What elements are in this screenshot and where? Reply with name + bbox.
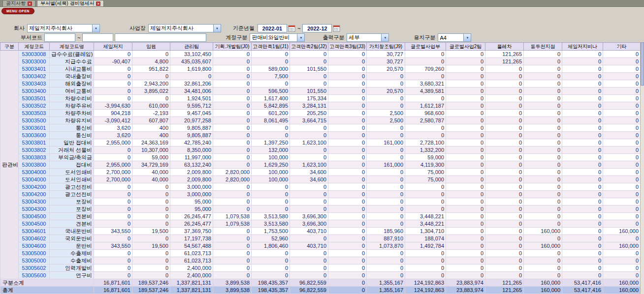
chevron-down-icon[interactable]: ▼	[463, 34, 471, 41]
amount-cell[interactable]: 0	[213, 265, 252, 272]
amount-cell[interactable]: 0	[603, 132, 641, 139]
amount-cell[interactable]: 0	[213, 235, 252, 242]
amount-cell[interactable]: 0	[524, 176, 562, 183]
amount-cell[interactable]: 3,895,022	[132, 88, 170, 95]
amount-cell[interactable]: 0	[213, 124, 252, 132]
account-code-cell[interactable]: 53004500	[19, 220, 50, 228]
amount-cell[interactable]: 59,000	[405, 154, 446, 161]
table-row[interactable]: 53004602국외운반비0017,197,738052,96000887,91…	[0, 235, 641, 242]
amount-cell[interactable]: 601,200	[252, 110, 290, 117]
amount-cell[interactable]: 3,000,000	[170, 191, 213, 198]
amount-cell[interactable]: 0	[252, 132, 290, 139]
amount-cell[interactable]: 0	[94, 147, 132, 154]
amount-cell[interactable]: 0	[485, 65, 524, 73]
amount-cell[interactable]: 7,500	[252, 73, 290, 80]
amount-cell[interactable]: 33,102,450	[170, 51, 213, 58]
amount-cell[interactable]: 3,513,580	[252, 213, 290, 220]
amount-cell[interactable]: 0	[562, 272, 603, 279]
amount-cell[interactable]: 0	[562, 235, 603, 242]
amount-cell[interactable]: 0	[562, 73, 603, 80]
amount-cell[interactable]: 2,500	[367, 110, 405, 117]
amount-cell[interactable]: 0	[524, 73, 562, 80]
amount-cell[interactable]: 160,000	[603, 287, 641, 294]
amount-cell[interactable]: 2,400,000	[170, 265, 213, 272]
amount-cell[interactable]: 0	[562, 213, 603, 220]
amount-cell[interactable]: 0	[446, 139, 485, 147]
account-code-cell[interactable]: 53004601	[19, 228, 50, 235]
amount-cell[interactable]: 0	[328, 242, 367, 250]
amount-cell[interactable]: 0	[94, 154, 132, 161]
scrollbar-thumb[interactable]	[641, 42, 644, 86]
amount-cell[interactable]: 0	[485, 250, 524, 257]
table-row[interactable]: 53004000도서인쇄비2,700,00040,0002,009,8002,8…	[0, 176, 641, 183]
amount-cell[interactable]: 0	[485, 80, 524, 88]
account-code-cell[interactable]: 53003601	[19, 124, 50, 132]
amount-cell[interactable]: 0	[328, 88, 367, 95]
amount-cell[interactable]: 4,389,581	[405, 88, 446, 95]
amount-cell[interactable]: 0	[290, 147, 328, 154]
table-row[interactable]: 53003801일반 접대비2,955,00024,363,16942,785,…	[0, 139, 641, 147]
table-row[interactable]: 53003802거래처 선물비010,307,0008,350,0000132,…	[0, 147, 641, 154]
amount-cell[interactable]: 0	[328, 58, 367, 65]
amount-cell[interactable]: 1,397,250	[252, 139, 290, 147]
account-code-cell[interactable]: 53004000	[19, 169, 50, 176]
amount-cell[interactable]: 0	[290, 206, 328, 213]
account-code-cell[interactable]: 53004200	[19, 191, 50, 198]
amount-cell[interactable]: 0	[213, 228, 252, 235]
amount-cell[interactable]: 403,710	[290, 242, 328, 250]
amount-cell[interactable]: 0	[213, 242, 252, 250]
amount-cell[interactable]: 0	[562, 80, 603, 88]
amount-cell[interactable]: 0	[562, 191, 603, 198]
amount-cell[interactable]: 0	[328, 250, 367, 257]
amount-cell[interactable]: 0	[562, 220, 603, 228]
amount-cell[interactable]: 0	[252, 124, 290, 132]
amount-cell[interactable]: 23,883,974	[446, 287, 485, 294]
table-row[interactable]: 53003403해외출장비02,943,20032,861,206000003,…	[0, 80, 641, 88]
amount-cell[interactable]: 1,629,250	[252, 161, 290, 169]
amount-cell[interactable]: 42,785,240	[170, 139, 213, 147]
amount-cell[interactable]: 0	[603, 161, 641, 169]
amount-cell[interactable]: 3,284,131	[290, 102, 328, 110]
account-code-cell[interactable]: 53003800	[19, 161, 50, 169]
column-header[interactable]: 기타	[603, 43, 641, 51]
amount-cell[interactable]: 0	[562, 65, 603, 73]
amount-cell[interactable]: 0	[485, 132, 524, 139]
amount-cell[interactable]: 0	[252, 191, 290, 198]
amount-cell[interactable]: 40,000	[132, 176, 170, 183]
amount-cell[interactable]: 0	[446, 176, 485, 183]
amount-cell[interactable]: 0	[603, 235, 641, 242]
tab-expense-report[interactable]: 부서별(세목) 경비명세서 ✕	[37, 0, 104, 6]
amount-cell[interactable]: 3,620	[94, 124, 132, 132]
amount-cell[interactable]: 0	[328, 265, 367, 272]
amount-cell[interactable]: 0	[94, 65, 132, 73]
amount-cell[interactable]: 0	[367, 272, 405, 279]
amount-cell[interactable]: 34,600	[290, 176, 328, 183]
amount-cell[interactable]: 0	[367, 206, 405, 213]
amount-cell[interactable]: 0	[485, 73, 524, 80]
amount-cell[interactable]: 189,537,246	[132, 279, 170, 287]
amount-cell[interactable]: 0	[485, 272, 524, 279]
amount-cell[interactable]: 0	[524, 265, 562, 272]
amount-cell[interactable]: 160,000	[524, 242, 562, 250]
amount-cell[interactable]: 2,943,200	[132, 80, 170, 88]
amount-cell[interactable]: 0	[290, 183, 328, 191]
amount-cell[interactable]: 0	[328, 228, 367, 235]
column-header[interactable]: 제일저지비나	[562, 43, 603, 51]
amount-cell[interactable]: 0	[603, 183, 641, 191]
account-name-cell[interactable]: 해외출장비	[50, 80, 94, 88]
amount-cell[interactable]: 100,000	[252, 176, 290, 183]
amount-cell[interactable]: 0	[132, 257, 170, 265]
amount-cell[interactable]: 0	[132, 51, 170, 58]
account-type-select[interactable]: 판매비와일반비 ▼	[250, 33, 305, 42]
amount-cell[interactable]: 0	[367, 132, 405, 139]
amount-cell[interactable]: 0	[603, 88, 641, 95]
amount-cell[interactable]: 1,079,538	[213, 213, 252, 220]
amount-cell[interactable]: 1,612,187	[405, 102, 446, 110]
amount-cell[interactable]: 4,119,300	[405, 161, 446, 169]
table-row[interactable]: 53004601국내운반비343,55019,50037,369,75001,7…	[0, 228, 641, 235]
account-name-cell[interactable]: 견본비	[50, 213, 94, 220]
column-header[interactable]: 제일저지	[94, 43, 132, 51]
amount-cell[interactable]: 1,337,821,131	[170, 279, 213, 287]
amount-cell[interactable]: 343,550	[94, 242, 132, 250]
amount-cell[interactable]: 0	[328, 161, 367, 169]
